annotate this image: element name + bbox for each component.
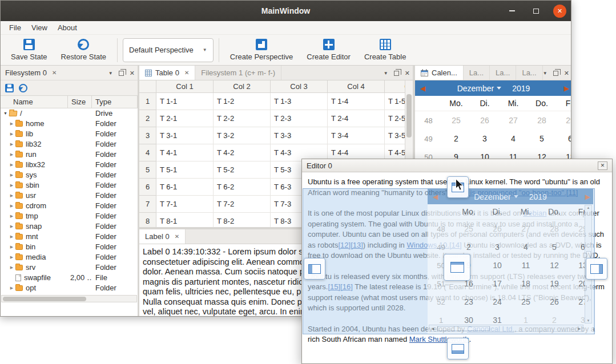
expand-arrow-icon[interactable]: ▶: [9, 149, 15, 160]
table-cell[interactable]: T 3-3: [271, 127, 328, 144]
tab-calen[interactable]: Calen...: [415, 66, 464, 80]
create-table-button[interactable]: Create Table: [359, 37, 412, 63]
filesystem-titlebar[interactable]: Filesystem 0 ✕ ▼ ✕: [1, 66, 138, 80]
close-icon[interactable]: ✕: [405, 70, 410, 77]
row-header[interactable]: 2: [139, 110, 156, 127]
expand-arrow-icon[interactable]: ▶: [9, 283, 15, 293]
dock-indicator-right[interactable]: [586, 258, 607, 280]
column-header[interactable]: Col 3: [271, 80, 328, 93]
table-cell[interactable]: T 1-2: [214, 93, 271, 110]
table-row[interactable]: ▶lib32Folder: [1, 139, 138, 149]
tab-table-0[interactable]: Table 0✕: [139, 66, 195, 80]
row-header[interactable]: 7: [139, 196, 156, 213]
save-icon[interactable]: [5, 84, 14, 92]
titlebar[interactable]: MainWindow ✕: [1, 1, 571, 21]
calendar-day[interactable]: 28: [528, 111, 556, 130]
table-row[interactable]: ▶libx32Folder: [1, 160, 138, 170]
table-cell[interactable]: T 1-1: [156, 93, 214, 110]
perspective-select[interactable]: Default Perspective ▼: [123, 38, 214, 62]
table-row[interactable]: swapfile2,00 …File: [1, 273, 138, 283]
expand-arrow-icon[interactable]: ▶: [9, 170, 15, 180]
table-row[interactable]: ▶binFolder: [1, 242, 138, 252]
horizontal-scrollbar[interactable]: [1, 295, 137, 302]
expand-arrow-icon[interactable]: ▶: [9, 160, 15, 170]
expand-arrow-icon[interactable]: ▶: [9, 211, 15, 221]
table-cell[interactable]: T 1-4: [328, 93, 385, 110]
float-icon[interactable]: [119, 71, 124, 76]
table-row[interactable]: ▼/Drive: [1, 108, 138, 119]
close-icon[interactable]: ✕: [184, 70, 189, 76]
table-cell[interactable]: T 3-2: [214, 127, 271, 144]
expand-arrow-icon[interactable]: ▶: [9, 232, 15, 242]
minimize-button[interactable]: [505, 4, 519, 18]
calendar-day[interactable]: 5: [528, 130, 556, 148]
table-cell[interactable]: T 2-4: [328, 110, 385, 127]
dock-indicator-left[interactable]: [304, 258, 325, 280]
table-cell[interactable]: T 2-2: [214, 110, 271, 127]
row-header[interactable]: 3: [139, 127, 156, 144]
column-header[interactable]: Col 2: [214, 80, 271, 93]
menu-item-view[interactable]: View: [26, 22, 53, 34]
create-perspective-button[interactable]: Create Perspective: [224, 37, 299, 63]
close-button[interactable]: ✕: [598, 161, 607, 170]
table-cell[interactable]: T 7-1: [156, 196, 214, 213]
calendar-day[interactable]: 2: [442, 130, 470, 148]
calendar-day[interactable]: 25: [442, 111, 470, 130]
row-header[interactable]: 4: [139, 144, 156, 161]
dock-indicator-center[interactable]: [444, 254, 470, 281]
close-icon[interactable]: ✕: [175, 233, 179, 240]
menu-item-file[interactable]: File: [4, 22, 26, 34]
row-header[interactable]: 6: [139, 179, 156, 196]
table-row[interactable]: ▶optFolder: [1, 283, 138, 293]
tab-la[interactable]: La...: [490, 66, 516, 80]
scrollbar-thumb[interactable]: [3, 297, 86, 301]
column-header[interactable]: Col 4: [328, 80, 385, 93]
chevron-down-icon[interactable]: ▼: [108, 71, 113, 76]
dock-indicator-bottom[interactable]: [447, 338, 469, 359]
table-cell[interactable]: T 6-1: [156, 179, 214, 196]
table-cell[interactable]: T 2-3: [271, 110, 328, 127]
table-cell[interactable]: T 8-2: [214, 213, 271, 227]
tab-la[interactable]: La...: [464, 66, 490, 80]
menu-item-about[interactable]: About: [53, 22, 82, 34]
close-button[interactable]: ✕: [553, 5, 566, 18]
expand-arrow-icon[interactable]: ▼: [2, 108, 9, 119]
close-icon[interactable]: ✕: [564, 70, 569, 77]
table-cell[interactable]: T 5-2: [214, 161, 271, 179]
column-header[interactable]: Col 1: [156, 80, 214, 93]
table-cell[interactable]: T 3-1: [156, 127, 214, 144]
table-corner[interactable]: [139, 80, 156, 93]
table-row[interactable]: ▶sbinFolder: [1, 180, 138, 191]
calendar-day[interactable]: 27: [499, 111, 528, 130]
table-cell[interactable]: T 4-1: [156, 144, 214, 161]
table-row[interactable]: ▶mntFolder: [1, 232, 138, 242]
calendar-day[interactable]: 6: [556, 130, 571, 148]
table-cell[interactable]: T 5-1: [156, 161, 214, 179]
table-cell[interactable]: T 2-1: [156, 110, 214, 127]
row-header[interactable]: 1: [139, 93, 156, 110]
expand-arrow-icon[interactable]: ▶: [9, 191, 15, 201]
table-row[interactable]: ▶tmpFolder: [1, 211, 138, 221]
calendar-day[interactable]: 3: [470, 130, 499, 148]
table-row[interactable]: ▶cdromFolder: [1, 201, 138, 211]
table-row[interactable]: ▶usrFolder: [1, 191, 138, 201]
restore-state-button[interactable]: Restore State: [55, 37, 112, 63]
chevron-down-icon[interactable]: ▼: [384, 71, 388, 76]
table-cell[interactable]: T 8-1: [156, 213, 214, 227]
tab-label-0[interactable]: Label 0 ✕: [139, 229, 186, 244]
calendar-day[interactable]: 26: [470, 111, 499, 130]
table-cell[interactable]: T 1-3: [271, 93, 328, 110]
row-header[interactable]: 5: [139, 161, 156, 179]
row-header[interactable]: 8: [139, 213, 156, 227]
month-label[interactable]: Dezember: [457, 84, 494, 93]
table-row[interactable]: ▶snapFolder: [1, 221, 138, 232]
chevron-down-icon[interactable]: ▼: [543, 71, 547, 76]
fs-column-header[interactable]: Type: [92, 96, 138, 108]
table-row[interactable]: ▶runFolder: [1, 149, 138, 160]
table-row[interactable]: ▶sysFolder: [1, 170, 138, 180]
fs-column-header[interactable]: Name: [1, 96, 68, 108]
calendar-day[interactable]: 4: [499, 130, 528, 148]
expand-arrow-icon[interactable]: ▶: [9, 252, 15, 262]
expand-arrow-icon[interactable]: ▶: [9, 139, 15, 149]
scrollbar-thumb[interactable]: [406, 94, 412, 137]
